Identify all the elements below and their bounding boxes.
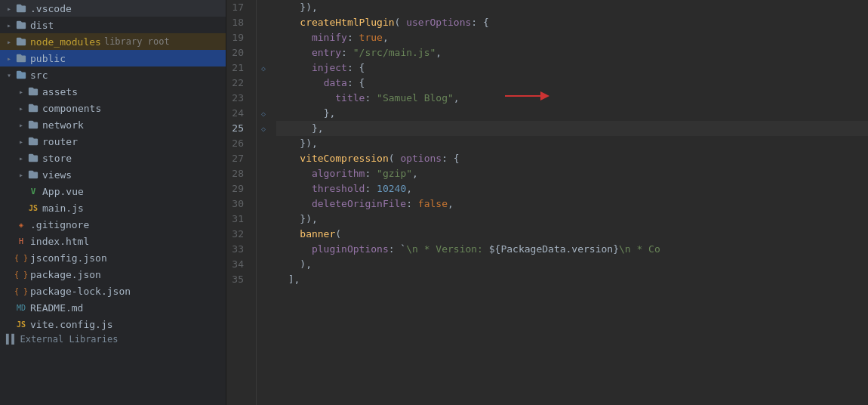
code-line-31: }), <box>276 212 868 227</box>
code-line-22: data: { <box>276 76 868 91</box>
folder-arrow-assets <box>15 85 27 97</box>
sidebar-item-app-vue[interactable]: VApp.vue <box>0 183 226 199</box>
code-line-27: viteCompression( options: { <box>276 151 868 166</box>
gutter: ◇◇◇ <box>257 0 270 405</box>
gutter-cell-28 <box>257 166 270 181</box>
sidebar-item-network[interactable]: network <box>0 116 226 133</box>
gutter-cell-29 <box>257 181 270 196</box>
item-label-jsconfig: jsconfig.json <box>30 252 107 264</box>
code-line-24: }, <box>276 106 868 121</box>
item-label-readme: README.md <box>30 302 83 314</box>
item-label-main-js: main.js <box>42 202 84 214</box>
vue-icon: V <box>31 187 36 196</box>
sidebar-item-gitignore[interactable]: ◈.gitignore <box>0 216 226 233</box>
sidebar-item-store[interactable]: store <box>0 150 226 166</box>
file-icon-main-js: JS <box>27 202 39 213</box>
sidebar-item-public[interactable]: public <box>0 50 226 66</box>
external-libraries[interactable]: ▌▌ External Libraries <box>0 332 226 346</box>
gutter-cell-21: ◇ <box>257 60 270 76</box>
sidebar-item-index-html[interactable]: Hindex.html <box>0 233 226 249</box>
item-label-src: src <box>30 70 48 81</box>
sidebar-item-vite-config[interactable]: JSvite.config.js <box>0 316 226 332</box>
folder-icon-views <box>27 168 39 181</box>
code-line-23: title: "Samuel Blog", <box>276 91 868 106</box>
gutter-cell-23 <box>257 91 270 106</box>
line-number-18: 18 <box>226 15 250 30</box>
gutter-cell-20 <box>257 45 270 60</box>
line-number-17: 17 <box>226 0 250 15</box>
code-line-26: }), <box>276 136 868 151</box>
folder-arrow-components <box>15 102 27 114</box>
annotation-arrow <box>501 88 554 104</box>
line-number-28: 28 <box>226 166 250 181</box>
item-label-public: public <box>30 53 66 64</box>
sidebar-item-components[interactable]: components <box>0 100 226 116</box>
line-number-33: 33 <box>226 242 250 257</box>
line-number-23: 23 <box>226 91 250 106</box>
sidebar-item-readme[interactable]: MDREADME.md <box>0 299 226 316</box>
line-number-29: 29 <box>226 181 250 196</box>
gutter-cell-24: ◇ <box>257 106 270 121</box>
folder-icon-assets <box>27 85 39 97</box>
folder-arrow-network <box>15 119 27 131</box>
folder-arrow-src <box>3 69 15 81</box>
gutter-cell-30 <box>257 196 270 212</box>
folder-icon-components <box>27 102 39 114</box>
file-icon-jsconfig: { } <box>15 252 27 263</box>
code-line-20: entry: "/src/main.js", <box>276 45 868 60</box>
folder-icon-dist <box>15 19 27 31</box>
sidebar-item-vscode[interactable]: .vscode <box>0 0 226 17</box>
sidebar-item-views[interactable]: views <box>0 166 226 183</box>
sidebar-item-node_modules[interactable]: node_modules library root <box>0 33 226 50</box>
file-icon-index-html: H <box>15 236 27 246</box>
item-label-components: components <box>42 103 101 114</box>
line-number-19: 19 <box>226 30 250 45</box>
sidebar-item-package-json[interactable]: { }package.json <box>0 266 226 283</box>
item-label-dist: dist <box>30 20 54 31</box>
sidebar-item-router[interactable]: router <box>0 133 226 150</box>
item-label-vscode: .vscode <box>30 3 72 14</box>
code-line-18: createHtmlPlugin( userOptions: { <box>276 15 868 30</box>
gutter-cell-32 <box>257 227 270 242</box>
item-label-app-vue: App.vue <box>42 186 84 197</box>
line-number-34: 34 <box>226 257 250 272</box>
code-line-28: algorithm: "gzip", <box>276 166 868 181</box>
file-tree[interactable]: .vscodedistnode_modules library rootpubl… <box>0 0 226 405</box>
item-label-index-html: index.html <box>30 236 89 247</box>
sidebar-item-main-js[interactable]: JSmain.js <box>0 199 226 216</box>
json-icon: { } <box>14 254 28 262</box>
line-number-31: 31 <box>226 212 250 227</box>
code-line-30: deleteOriginFile: false, <box>276 196 868 212</box>
line-number-21: 21 <box>226 60 250 76</box>
item-label-store: store <box>42 153 72 164</box>
sidebar-item-jsconfig[interactable]: { }jsconfig.json <box>0 249 226 266</box>
gutter-cell-27 <box>257 151 270 166</box>
folder-icon-vscode <box>15 2 27 14</box>
gutter-cell-25: ◇ <box>257 121 270 136</box>
gutter-cell-35 <box>257 272 270 287</box>
json-icon: { } <box>14 271 28 279</box>
code-line-34: ), <box>276 257 868 272</box>
item-label-vite-config: vite.config.js <box>30 319 113 330</box>
sidebar-item-package-lock[interactable]: { }package-lock.json <box>0 283 226 299</box>
gutter-cell-17 <box>257 0 270 15</box>
item-label-network: network <box>42 119 84 131</box>
folder-arrow-public <box>3 52 15 64</box>
sidebar-item-assets[interactable]: assets <box>0 83 226 100</box>
line-number-30: 30 <box>226 196 250 212</box>
line-number-27: 27 <box>226 151 250 166</box>
badge-node_modules: library root <box>104 36 170 47</box>
folder-icon-store <box>27 152 39 164</box>
folder-icon-router <box>27 135 39 147</box>
item-label-gitignore: .gitignore <box>30 219 89 230</box>
folder-icon-src <box>15 69 27 81</box>
code-area: }), createHtmlPlugin( userOptions: { min… <box>270 0 868 405</box>
code-line-32: banner( <box>276 227 868 242</box>
line-numbers: 17181920212223242526272829303132333435 <box>226 0 257 405</box>
sidebar-item-src[interactable]: src <box>0 66 226 83</box>
sidebar-item-dist[interactable]: dist <box>0 17 226 33</box>
md-icon: MD <box>17 304 26 312</box>
gutter-cell-31 <box>257 212 270 227</box>
folder-arrow-router <box>15 135 27 147</box>
line-number-32: 32 <box>226 227 250 242</box>
